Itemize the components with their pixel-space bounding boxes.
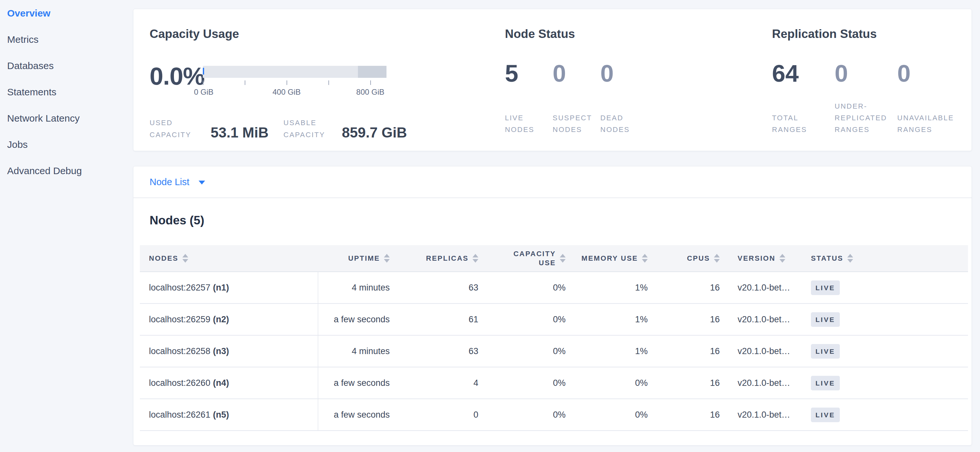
version-cell: v20.1.0-bet… xyxy=(720,378,809,388)
replicas-cell: 0 xyxy=(390,410,478,420)
under-replicated-value: 0 xyxy=(835,61,897,86)
uptime-cell: a few seconds xyxy=(318,410,390,420)
replicas-cell: 63 xyxy=(390,346,478,356)
sidebar-item-advanced-debug[interactable]: Advanced Debug xyxy=(0,158,130,184)
capacity-bar-dark-segment xyxy=(358,66,387,78)
table-row-node-4[interactable]: localhost:26260 (n4) a few seconds 4 0% … xyxy=(140,367,968,399)
node-id: (n4) xyxy=(213,378,229,388)
capacity-used-marker xyxy=(203,68,204,75)
replicas-cell: 4 xyxy=(390,378,478,388)
version-cell: v20.1.0-bet… xyxy=(720,283,809,293)
version-cell: v20.1.0-bet… xyxy=(720,314,809,325)
node-list-dropdown-label: Node List xyxy=(150,177,189,187)
sidebar: Overview Metrics Databases Statements Ne… xyxy=(0,0,130,452)
sidebar-item-statements[interactable]: Statements xyxy=(0,79,130,105)
uptime-cell: a few seconds xyxy=(318,314,390,325)
memory-cell: 1% xyxy=(566,283,648,293)
capacity-axis-labels: 0 GiB 400 GiB 800 GiB xyxy=(203,87,387,97)
node-address-cell[interactable]: localhost:26258 (n3) xyxy=(140,336,318,367)
status-badge: LIVE xyxy=(811,281,840,295)
unavailable-ranges-label: UNAVAILABLE RANGES xyxy=(897,112,951,136)
sort-icon xyxy=(384,254,390,263)
capacity-stats: USED CAPACITY 53.1 MiB USABLE CAPACITY 8… xyxy=(150,114,407,141)
node-address-cell[interactable]: localhost:26257 (n1) xyxy=(140,272,318,303)
dead-nodes-value: 0 xyxy=(600,61,648,86)
node-address-cell[interactable]: localhost:26260 (n4) xyxy=(140,367,318,398)
nodes-table-header: NODES UPTIME REPLICAS CAPACITY USE MEMOR… xyxy=(140,245,968,272)
node-address: localhost:26257 xyxy=(149,283,210,293)
node-address: localhost:26258 xyxy=(149,346,210,356)
usable-capacity-value: 859.7 GiB xyxy=(342,125,407,141)
cpus-cell: 16 xyxy=(648,346,720,356)
axis-label-400gib: 400 GiB xyxy=(273,87,301,97)
status-badge: LIVE xyxy=(811,408,840,422)
node-status-title: Node Status xyxy=(505,27,575,41)
column-header-memory-use[interactable]: MEMORY USE xyxy=(566,254,648,263)
total-ranges-label: TOTAL RANGES xyxy=(772,112,826,136)
node-address: localhost:26259 xyxy=(149,314,210,325)
live-nodes-stat: 5 LIVE NODES xyxy=(505,61,553,136)
capacity-usage-title: Capacity Usage xyxy=(150,27,239,41)
column-header-capacity-use[interactable]: CAPACITY USE xyxy=(478,249,566,268)
suspect-nodes-value: 0 xyxy=(553,61,600,86)
node-id: (n1) xyxy=(213,283,229,293)
sidebar-item-databases[interactable]: Databases xyxy=(0,52,130,79)
axis-tick xyxy=(328,81,329,85)
cpus-cell: 16 xyxy=(648,410,720,420)
sidebar-item-overview[interactable]: Overview xyxy=(0,0,130,26)
sort-icon xyxy=(473,254,478,263)
node-address: localhost:26260 xyxy=(149,378,210,388)
axis-tick xyxy=(370,81,371,85)
table-row-node-5[interactable]: localhost:26261 (n5) a few seconds 0 0% … xyxy=(140,399,968,431)
node-address-cell[interactable]: localhost:26259 (n2) xyxy=(140,304,318,335)
under-replicated-ranges-stat: 0 UNDER-REPLICATED RANGES xyxy=(835,61,897,136)
column-header-replicas[interactable]: REPLICAS xyxy=(390,254,478,263)
axis-tick xyxy=(286,81,287,85)
usable-capacity-label: USABLE CAPACITY xyxy=(284,117,333,141)
table-row-node-3[interactable]: localhost:26258 (n3) 4 minutes 63 0% 1% … xyxy=(140,336,968,367)
version-cell: v20.1.0-bet… xyxy=(720,410,809,420)
total-ranges-value: 64 xyxy=(772,61,835,86)
unavailable-ranges-stat: 0 UNAVAILABLE RANGES xyxy=(897,61,960,136)
status-badge: LIVE xyxy=(811,312,840,327)
table-row-node-2[interactable]: localhost:26259 (n2) a few seconds 61 0%… xyxy=(140,304,968,336)
replicas-cell: 61 xyxy=(390,314,478,325)
dead-nodes-stat: 0 DEAD NODES xyxy=(600,61,648,136)
uptime-cell: 4 minutes xyxy=(318,283,390,293)
status-badge: LIVE xyxy=(811,344,840,358)
total-ranges-stat: 64 TOTAL RANGES xyxy=(772,61,835,136)
capacity-percent-value: 0.0% xyxy=(150,63,204,89)
used-capacity-label: USED CAPACITY xyxy=(150,117,199,141)
column-header-cpus[interactable]: CPUS xyxy=(648,254,720,263)
node-address-cell[interactable]: localhost:26261 (n5) xyxy=(140,399,318,430)
nodes-table: NODES UPTIME REPLICAS CAPACITY USE MEMOR… xyxy=(140,245,968,431)
node-id: (n2) xyxy=(213,314,229,325)
sort-icon xyxy=(780,254,785,263)
sort-icon xyxy=(642,254,648,263)
unavailable-ranges-value: 0 xyxy=(897,61,960,86)
column-header-version[interactable]: VERSION xyxy=(720,254,809,263)
node-list-dropdown[interactable]: Node List xyxy=(134,167,972,198)
column-header-nodes[interactable]: NODES xyxy=(140,254,318,263)
column-label: UPTIME xyxy=(348,254,380,263)
sidebar-item-jobs[interactable]: Jobs xyxy=(0,131,130,158)
chevron-down-icon xyxy=(199,181,205,184)
sidebar-item-network-latency[interactable]: Network Latency xyxy=(0,105,130,131)
table-row-node-1[interactable]: localhost:26257 (n1) 4 minutes 63 0% 1% … xyxy=(140,272,968,304)
dead-nodes-label: DEAD NODES xyxy=(600,112,643,136)
cluster-overview-page: Overview Metrics Databases Statements Ne… xyxy=(0,0,980,452)
column-label: REPLICAS xyxy=(426,254,469,263)
sidebar-item-metrics[interactable]: Metrics xyxy=(0,26,130,52)
nodes-section-title: Nodes (5) xyxy=(150,214,204,227)
live-nodes-label: LIVE NODES xyxy=(505,112,547,136)
column-label: VERSION xyxy=(738,254,776,263)
status-badge: LIVE xyxy=(811,376,840,390)
replication-status-title: Replication Status xyxy=(772,27,877,41)
cpus-cell: 16 xyxy=(648,283,720,293)
column-header-uptime[interactable]: UPTIME xyxy=(318,254,390,263)
axis-tick xyxy=(203,81,204,85)
column-header-status[interactable]: STATUS xyxy=(809,254,968,263)
replicas-cell: 63 xyxy=(390,283,478,293)
sort-icon xyxy=(182,254,188,263)
live-nodes-value: 5 xyxy=(505,61,553,86)
